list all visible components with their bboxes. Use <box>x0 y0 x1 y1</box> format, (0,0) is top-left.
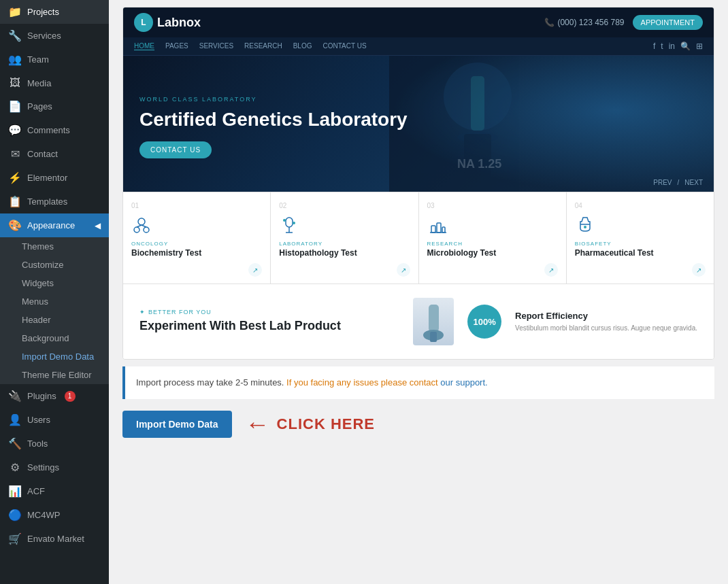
submenu-customize[interactable]: Customize <box>0 256 109 274</box>
sidebar-item-mc4wp[interactable]: 🔵 MC4WP <box>0 503 109 527</box>
header-right: 📞 (000) 123 456 789 APPOINTMENT <box>544 15 703 30</box>
svg-point-7 <box>144 227 149 233</box>
click-here-text: CLICK HERE <box>277 415 375 433</box>
instagram-icon[interactable]: in <box>669 41 675 51</box>
histopathology-icon <box>279 215 410 235</box>
appearance-submenu: Themes Customize Widgets Menus Header Ba… <box>0 237 109 384</box>
search-icon[interactable]: 🔍 <box>680 41 691 51</box>
sidebar-item-appearance[interactable]: 🎨 Appearance ◀ <box>0 213 109 237</box>
info-text-orange: If you facing any issues please contact <box>286 377 440 388</box>
service-category-3: RESEARCH <box>427 241 558 247</box>
service-num-2: 02 <box>279 202 410 209</box>
sidebar-item-contact[interactable]: ✉ Contact <box>0 142 109 166</box>
sidebar-item-services[interactable]: 🔧 Services <box>0 24 109 48</box>
svg-line-8 <box>137 225 142 227</box>
nav-pages[interactable]: PAGES <box>165 42 188 50</box>
arrow-left-icon: ← <box>246 410 270 439</box>
svg-rect-23 <box>430 332 437 342</box>
sidebar-item-settings[interactable]: ⚙ Settings <box>0 456 109 479</box>
appointment-button[interactable]: APPOINTMENT <box>633 15 703 30</box>
service-name-microbiology: Microbiology Test <box>427 248 558 258</box>
service-arrow-1[interactable]: ↗ <box>248 263 262 277</box>
service-card-histopathology: 02 LABORATORY Histopathology Test ↗ <box>271 192 418 284</box>
sidebar-item-projects[interactable]: 📁 Projects <box>0 0 109 24</box>
hero-cta-button[interactable]: CONTACT US <box>139 141 212 158</box>
submenu-header[interactable]: Header <box>0 311 109 329</box>
submenu-import-demo[interactable]: Import Demo Data <box>0 347 109 366</box>
sidebar-item-templates[interactable]: 📋 Templates <box>0 190 109 213</box>
info-text-primary: Import process may take 2-5 minutes. <box>136 377 284 388</box>
facebook-icon[interactable]: f <box>653 41 655 51</box>
promo-label: ✦ BETTER FOR YOU <box>139 309 399 315</box>
service-num-3: 03 <box>427 202 558 209</box>
nav-research[interactable]: RESEARCH <box>244 42 282 50</box>
svg-point-14 <box>293 222 295 224</box>
sidebar-item-media[interactable]: 🖼 Media <box>0 71 109 95</box>
nav-contact[interactable]: CONTACT US <box>322 42 366 50</box>
report-desc: Vestibulum morbi blandit cursus risus. A… <box>515 324 697 333</box>
appearance-chevron-icon: ◀ <box>95 221 101 230</box>
submenu-themes[interactable]: Themes <box>0 237 109 256</box>
nav-services[interactable]: SERVICES <box>199 42 233 50</box>
sidebar-item-elementor[interactable]: ⚡ Elementor <box>0 166 109 190</box>
labnox-logo-icon: L <box>134 13 153 32</box>
service-num-4: 04 <box>575 202 706 209</box>
labnox-nav: HOME PAGES SERVICES RESEARCH BLOG CONTAC… <box>123 37 714 56</box>
service-name-biochemistry: Biochemistry Test <box>131 248 262 258</box>
team-icon: 👥 <box>8 53 22 66</box>
import-demo-button[interactable]: Import Demo Data <box>122 411 232 438</box>
appearance-icon: 🎨 <box>8 219 22 232</box>
svg-point-6 <box>134 227 139 233</box>
plugins-badge: 1 <box>65 391 76 402</box>
service-category-1: ONCOLOGY <box>131 241 262 247</box>
preview-wrapper: L Labnox 📞 (000) 123 456 789 APPOINTMENT… <box>109 0 728 366</box>
sidebar: 📁 Projects 🔧 Services 👥 Team 🖼 Media 📄 P… <box>0 0 109 584</box>
sidebar-item-acf[interactable]: 📊 ACF <box>0 479 109 503</box>
service-arrow-2[interactable]: ↗ <box>397 263 410 277</box>
sidebar-item-plugins[interactable]: 🔌 Plugins 1 <box>0 384 109 408</box>
sidebar-item-tools[interactable]: 🔨 Tools <box>0 432 109 456</box>
promo-content: ✦ BETTER FOR YOU Experiment With Best La… <box>139 309 399 334</box>
labnox-header: L Labnox 📞 (000) 123 456 789 APPOINTMENT <box>123 7 714 37</box>
grid-icon[interactable]: ⊞ <box>696 41 703 51</box>
info-bar: Import process may take 2-5 minutes. If … <box>122 366 714 399</box>
users-icon: 👤 <box>8 413 22 426</box>
hero-prev[interactable]: PREV <box>653 179 672 186</box>
svg-rect-17 <box>442 227 445 233</box>
submenu-menus[interactable]: Menus <box>0 292 109 311</box>
hero-next[interactable]: NEXT <box>684 179 703 186</box>
services-icon: 🔧 <box>8 29 22 42</box>
tools-icon: 🔨 <box>8 437 22 450</box>
nav-social-icons: f t in 🔍 ⊞ <box>653 41 703 51</box>
import-area: Import Demo Data ← CLICK HERE <box>122 410 714 439</box>
projects-icon: 📁 <box>8 5 22 18</box>
sidebar-item-comments[interactable]: 💬 Comments <box>0 118 109 142</box>
service-arrow-4[interactable]: ↗ <box>692 263 706 277</box>
info-support-link[interactable]: our support. <box>440 377 487 388</box>
phone-icon: 📞 <box>544 18 555 27</box>
phone-number: 📞 (000) 123 456 789 <box>544 18 624 27</box>
nav-blog[interactable]: BLOG <box>293 42 312 50</box>
services-section: 01 ONCOLOGY Biochemistry Test ↗ <box>123 192 714 284</box>
click-here-indicator: ← CLICK HERE <box>246 410 375 439</box>
svg-line-9 <box>142 225 146 227</box>
comments-icon: 💬 <box>8 124 22 137</box>
service-arrow-3[interactable]: ↗ <box>544 263 558 277</box>
promo-section: ✦ BETTER FOR YOU Experiment With Best La… <box>123 284 714 359</box>
svg-rect-21 <box>429 305 439 332</box>
sidebar-item-users[interactable]: 👤 Users <box>0 408 109 432</box>
submenu-background[interactable]: Background <box>0 329 109 347</box>
sidebar-item-pages[interactable]: 📄 Pages <box>0 95 109 118</box>
sidebar-item-envato[interactable]: 🛒 Envato Market <box>0 527 109 551</box>
submenu-theme-file-editor[interactable]: Theme File Editor <box>0 366 109 384</box>
svg-rect-15 <box>431 226 435 233</box>
hero-content: WORLD CLASS LABORATORY Certified Genetic… <box>139 96 697 159</box>
service-num-1: 01 <box>131 202 262 209</box>
plugins-icon: 🔌 <box>8 390 22 402</box>
nav-home[interactable]: HOME <box>134 42 154 50</box>
submenu-widgets[interactable]: Widgets <box>0 274 109 292</box>
twitter-icon[interactable]: t <box>661 41 663 51</box>
mc4wp-icon: 🔵 <box>8 509 22 521</box>
promo-right: Report Efficiency Vestibulum morbi bland… <box>515 311 697 333</box>
sidebar-item-team[interactable]: 👥 Team <box>0 48 109 71</box>
